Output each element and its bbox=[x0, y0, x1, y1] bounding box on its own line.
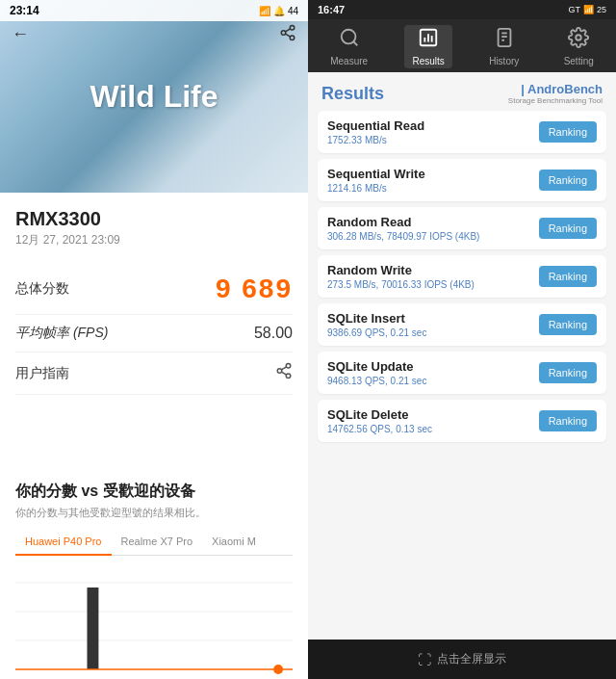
nav-measure-label: Measure bbox=[330, 56, 368, 66]
androbench-sub: Storage Benchmarking Tool bbox=[508, 96, 603, 105]
chart-area bbox=[15, 563, 293, 679]
result-rand-write-text: Random Write 273.5 MB/s, 70016.33 IOPS (… bbox=[327, 263, 531, 290]
svg-point-17 bbox=[341, 30, 355, 44]
result-seq-read-text: Sequential Read 1752.33 MB/s bbox=[327, 118, 531, 145]
fps-label: 平均帧率 (FPS) bbox=[15, 325, 108, 342]
svg-point-5 bbox=[286, 364, 291, 369]
tab-huawei[interactable]: Huawei P40 Pro bbox=[15, 530, 112, 555]
sqlite-insert-name: SQLite Insert bbox=[327, 311, 531, 326]
svg-line-18 bbox=[353, 41, 357, 45]
svg-point-6 bbox=[277, 369, 282, 374]
results-list: Sequential Read 1752.33 MB/s Ranking Seq… bbox=[308, 111, 616, 640]
left-status-icons: 📶 🔔 44 bbox=[259, 6, 298, 16]
setting-icon bbox=[568, 27, 589, 53]
sqlite-update-detail: 9468.13 QPS, 0.21 sec bbox=[327, 376, 531, 386]
rand-read-name: Random Read bbox=[327, 215, 531, 229]
result-random-read: Random Read 306.28 MB/s, 78409.97 IOPS (… bbox=[318, 207, 606, 249]
compare-title: 你的分數 vs 受歡迎的设备 bbox=[15, 482, 293, 502]
seq-write-name: Sequential Write bbox=[327, 167, 531, 181]
nav-bar: Measure Results History bbox=[308, 19, 616, 72]
result-sqlite-update: SQLite Update 9468.13 QPS, 0.21 sec Rank… bbox=[318, 352, 606, 394]
svg-line-4 bbox=[285, 29, 290, 32]
seq-read-ranking-btn[interactable]: Ranking bbox=[539, 121, 597, 143]
svg-point-1 bbox=[281, 31, 286, 36]
svg-line-3 bbox=[285, 34, 290, 37]
compare-tabs: Huawei P40 Pro Realme X7 Pro Xiaomi M bbox=[15, 530, 293, 556]
right-time: 16:47 bbox=[318, 4, 345, 15]
svg-line-9 bbox=[281, 367, 286, 370]
rand-write-ranking-btn[interactable]: Ranking bbox=[539, 266, 597, 287]
result-rand-read-text: Random Read 306.28 MB/s, 78409.97 IOPS (… bbox=[327, 215, 531, 242]
logo-name-text: AndroBench bbox=[527, 82, 603, 96]
svg-line-8 bbox=[281, 372, 286, 375]
nav-history[interactable]: History bbox=[481, 25, 526, 68]
total-score-label: 总体分数 bbox=[15, 280, 69, 298]
svg-point-0 bbox=[290, 26, 295, 31]
chart-svg bbox=[15, 563, 293, 679]
sqlite-update-ranking-btn[interactable]: Ranking bbox=[539, 362, 597, 383]
svg-point-27 bbox=[576, 35, 581, 40]
battery-icon: 44 bbox=[288, 6, 298, 16]
expand-icon: ⛶ bbox=[418, 652, 431, 667]
tab-xiaomi[interactable]: Xiaomi M bbox=[202, 530, 266, 555]
right-wifi-icon: 📶 bbox=[583, 5, 594, 14]
right-status-bar: 16:47 GT 📶 25 bbox=[308, 0, 616, 19]
result-random-write: Random Write 273.5 MB/s, 70016.33 IOPS (… bbox=[318, 255, 606, 298]
right-signal-icon: GT bbox=[568, 5, 580, 14]
result-sqlite-insert-text: SQLite Insert 9386.69 QPS, 0.21 sec bbox=[327, 311, 531, 338]
hero-title: Wild Life bbox=[90, 79, 218, 115]
hero-image: ← Wild Life bbox=[0, 0, 308, 193]
content-area: RMX3300 12月 27, 2021 23:09 总体分数 9 689 平均… bbox=[0, 193, 308, 468]
nav-history-label: History bbox=[489, 56, 519, 66]
seq-write-ranking-btn[interactable]: Ranking bbox=[539, 170, 597, 191]
tab-realme[interactable]: Realme X7 Pro bbox=[112, 530, 203, 555]
right-battery-icon: 25 bbox=[597, 5, 606, 14]
sqlite-delete-ranking-btn[interactable]: Ranking bbox=[539, 410, 597, 431]
share-header-button[interactable] bbox=[279, 24, 296, 45]
result-sequential-write: Sequential Write 1214.16 MB/s Ranking bbox=[318, 159, 606, 201]
rand-write-name: Random Write bbox=[327, 263, 531, 277]
compare-subtitle: 你的分数与其他受歡迎型號的结果相比。 bbox=[15, 506, 293, 520]
nav-setting-label: Setting bbox=[564, 56, 594, 66]
nav-results[interactable]: Results bbox=[404, 25, 451, 68]
sqlite-insert-ranking-btn[interactable]: Ranking bbox=[539, 314, 597, 335]
nav-setting[interactable]: Setting bbox=[556, 25, 602, 68]
measure-icon bbox=[339, 27, 360, 53]
guide-row: 用户指南 bbox=[15, 353, 293, 395]
device-name: RMX3300 bbox=[15, 208, 293, 230]
rand-read-ranking-btn[interactable]: Ranking bbox=[539, 218, 597, 239]
results-icon bbox=[418, 27, 439, 53]
nav-results-label: Results bbox=[412, 56, 444, 66]
sqlite-delete-name: SQLite Delete bbox=[327, 407, 531, 422]
right-status-icons: GT 📶 25 bbox=[568, 5, 606, 14]
bottom-bar[interactable]: ⛶ 点击全屏显示 bbox=[308, 640, 616, 679]
svg-point-16 bbox=[273, 665, 283, 674]
sqlite-update-name: SQLite Update bbox=[327, 359, 531, 374]
svg-point-7 bbox=[286, 374, 291, 379]
androbench-logo: | AndroBench Storage Benchmarking Tool bbox=[508, 82, 603, 105]
total-score-value: 9 689 bbox=[216, 274, 293, 304]
result-sqlite-update-text: SQLite Update 9468.13 QPS, 0.21 sec bbox=[327, 359, 531, 386]
sqlite-delete-detail: 14762.56 QPS, 0.13 sec bbox=[327, 424, 531, 434]
rand-read-detail: 306.28 MB/s, 78409.97 IOPS (4KB) bbox=[327, 231, 531, 242]
left-panel: 23:14 📶 🔔 44 ← Wild Life RMX3300 12月 27,… bbox=[0, 0, 308, 679]
fps-row: 平均帧率 (FPS) 58.00 bbox=[15, 315, 293, 353]
total-score-row: 总体分数 9 689 bbox=[15, 264, 293, 315]
compare-section: 你的分數 vs 受歡迎的设备 你的分数与其他受歡迎型號的结果相比。 Huawei… bbox=[0, 468, 308, 679]
sqlite-insert-detail: 9386.69 QPS, 0.21 sec bbox=[327, 327, 531, 338]
left-status-bar: 23:14 📶 🔔 44 bbox=[0, 0, 308, 21]
guide-share-icon[interactable] bbox=[275, 362, 293, 384]
nav-measure[interactable]: Measure bbox=[322, 25, 375, 68]
back-button[interactable]: ← bbox=[12, 24, 29, 44]
wifi-icon: 🔔 bbox=[273, 6, 285, 16]
seq-read-name: Sequential Read bbox=[327, 118, 531, 133]
bottom-text: 点击全屏显示 bbox=[437, 651, 506, 667]
svg-rect-14 bbox=[87, 588, 98, 669]
seq-read-detail: 1752.33 MB/s bbox=[327, 135, 531, 145]
result-sequential-read: Sequential Read 1752.33 MB/s Ranking bbox=[318, 111, 606, 153]
fps-value: 58.00 bbox=[254, 325, 293, 342]
notification-icon: 📶 bbox=[259, 6, 270, 16]
seq-write-detail: 1214.16 MB/s bbox=[327, 183, 531, 194]
pipe-icon: | bbox=[521, 82, 527, 96]
androbench-name: | AndroBench bbox=[521, 82, 603, 96]
